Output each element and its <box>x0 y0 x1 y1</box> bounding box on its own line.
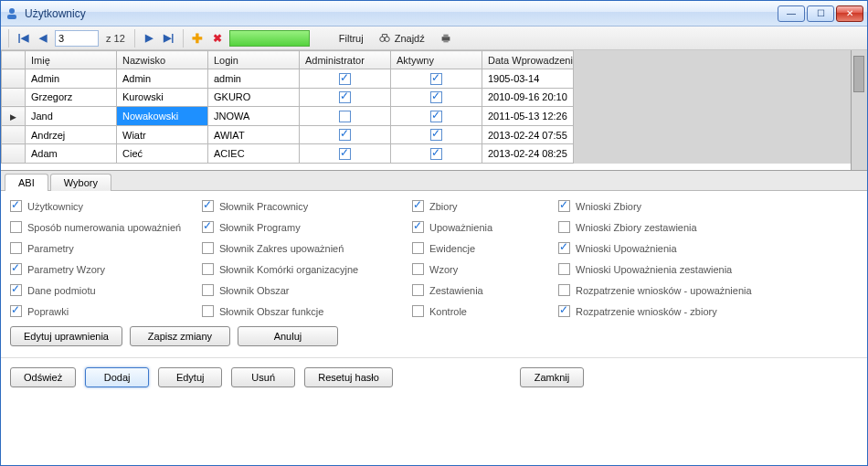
perm-item[interactable]: Sposób numerowania upoważnień <box>10 221 193 233</box>
cell-login[interactable]: AWIAT <box>208 125 300 144</box>
perm-item[interactable]: Użytkownicy <box>10 200 193 212</box>
cell-nazwisko[interactable]: Cieć <box>117 144 208 164</box>
checkbox[interactable] <box>430 73 442 85</box>
col-header[interactable]: Login <box>208 51 300 69</box>
checkbox[interactable] <box>10 263 22 275</box>
perm-item[interactable]: Poprawki <box>10 305 193 317</box>
cell-active[interactable] <box>391 69 482 89</box>
cell-date[interactable]: 2011-05-13 12:26 <box>482 107 574 126</box>
checkbox[interactable] <box>202 284 214 296</box>
checkbox[interactable] <box>558 305 570 317</box>
maximize-button[interactable]: ☐ <box>807 5 834 22</box>
cell-imie[interactable]: Admin <box>26 69 117 89</box>
delete-row-icon[interactable]: ✖ <box>209 30 226 47</box>
row-header[interactable] <box>2 88 26 107</box>
row-header[interactable] <box>2 144 26 164</box>
edit-button[interactable]: Edytuj <box>158 367 222 387</box>
cancel-button[interactable]: Anuluj <box>238 326 338 346</box>
perm-item[interactable]: Słownik Zakres upoważnień <box>202 242 403 254</box>
perm-item[interactable]: Wnioski Upoważnienia zestawienia <box>558 263 832 275</box>
cell-admin[interactable] <box>300 144 391 164</box>
col-header[interactable]: Administrator <box>300 51 391 69</box>
checkbox[interactable] <box>412 305 424 317</box>
checkbox[interactable] <box>558 221 570 233</box>
checkbox[interactable] <box>430 91 442 103</box>
cell-date[interactable]: 2013-02-24 07:55 <box>482 125 574 144</box>
checkbox[interactable] <box>10 221 22 233</box>
checkbox[interactable] <box>430 129 442 141</box>
checkbox[interactable] <box>10 305 22 317</box>
checkbox[interactable] <box>558 200 570 212</box>
close-dialog-button[interactable]: Zamknij <box>520 367 584 387</box>
perm-item[interactable]: Ewidencje <box>412 242 549 254</box>
nav-last-icon[interactable]: ▶| <box>161 30 177 47</box>
checkbox[interactable] <box>412 221 424 233</box>
checkbox[interactable] <box>558 263 570 275</box>
grid-scrollbar[interactable] <box>851 50 867 170</box>
perm-item[interactable]: Parametry <box>10 242 193 254</box>
checkbox[interactable] <box>339 91 351 103</box>
perm-item[interactable]: Rozpatrzenie wniosków - zbiory <box>558 305 832 317</box>
perm-item[interactable]: Rozpatrzenie wniosków - upoważnienia <box>558 284 832 296</box>
cell-nazwisko[interactable]: Wiatr <box>117 125 208 144</box>
checkbox[interactable] <box>412 263 424 275</box>
cell-login[interactable]: admin <box>208 69 300 89</box>
col-header[interactable]: Data Wprowadzenia <box>482 51 574 69</box>
filter-link[interactable]: Filtruj <box>333 33 369 44</box>
cell-nazwisko[interactable]: Nowakowski <box>117 107 208 126</box>
col-header[interactable]: Imię <box>26 51 117 69</box>
perm-item[interactable]: Słownik Pracownicy <box>202 200 403 212</box>
checkbox[interactable] <box>412 200 424 212</box>
cell-date[interactable]: 2010-09-16 20:10 <box>482 88 574 107</box>
cell-active[interactable] <box>391 125 482 144</box>
perm-item[interactable]: Zestawienia <box>412 284 549 296</box>
checkbox[interactable] <box>339 148 351 160</box>
minimize-button[interactable]: — <box>778 5 805 22</box>
edit-permissions-button[interactable]: Edytuj uprawnienia <box>10 326 122 346</box>
perm-item[interactable]: Dane podmiotu <box>10 284 193 296</box>
reset-password-button[interactable]: Resetuj hasło <box>304 367 393 387</box>
perm-item[interactable]: Wzory <box>412 263 549 275</box>
checkbox[interactable] <box>202 305 214 317</box>
refresh-button[interactable]: Odśwież <box>10 367 76 387</box>
cell-imie[interactable]: Andrzej <box>26 125 117 144</box>
checkbox[interactable] <box>339 73 351 85</box>
cell-login[interactable]: GKURO <box>208 88 300 107</box>
print-icon[interactable] <box>434 32 458 45</box>
checkbox[interactable] <box>430 148 442 160</box>
row-header[interactable] <box>2 125 26 144</box>
nav-first-icon[interactable]: |◀ <box>15 30 31 47</box>
checkbox[interactable] <box>202 221 214 233</box>
cell-imie[interactable]: Jand <box>26 107 117 126</box>
perm-item[interactable]: Słownik Obszar funkcje <box>202 305 403 317</box>
cell-login[interactable]: JNOWA <box>208 107 300 126</box>
cell-active[interactable] <box>391 144 482 164</box>
save-changes-button[interactable]: Zapisz zmiany <box>130 326 230 346</box>
checkbox[interactable] <box>558 284 570 296</box>
nav-next-icon[interactable]: ▶ <box>141 30 157 47</box>
close-button[interactable]: ✕ <box>836 5 863 22</box>
col-header[interactable]: Nazwisko <box>117 51 208 69</box>
col-header[interactable]: Aktywny <box>391 51 482 69</box>
delete-button[interactable]: Usuń <box>231 367 295 387</box>
cell-nazwisko[interactable]: Admin <box>117 69 208 89</box>
row-header[interactable] <box>2 69 26 89</box>
perm-item[interactable]: Wnioski Upoważnienia <box>558 242 832 254</box>
cell-date[interactable]: 1905-03-14 <box>482 69 574 89</box>
checkbox[interactable] <box>558 242 570 254</box>
cell-nazwisko[interactable]: Kurowski <box>117 88 208 107</box>
users-grid[interactable]: ImięNazwiskoLoginAdministratorAktywnyDat… <box>1 50 851 164</box>
perm-item[interactable]: Upoważnienia <box>412 221 549 233</box>
checkbox[interactable] <box>430 111 442 122</box>
checkbox[interactable] <box>339 111 351 122</box>
checkbox[interactable] <box>339 129 351 141</box>
cell-admin[interactable] <box>300 69 391 89</box>
checkbox[interactable] <box>412 284 424 296</box>
perm-item[interactable]: Parametry Wzory <box>10 263 193 275</box>
checkbox[interactable] <box>412 242 424 254</box>
cell-imie[interactable]: Grzegorz <box>26 88 117 107</box>
checkbox[interactable] <box>202 263 214 275</box>
checkbox[interactable] <box>10 200 22 212</box>
cell-active[interactable] <box>391 88 482 107</box>
cell-admin[interactable] <box>300 125 391 144</box>
